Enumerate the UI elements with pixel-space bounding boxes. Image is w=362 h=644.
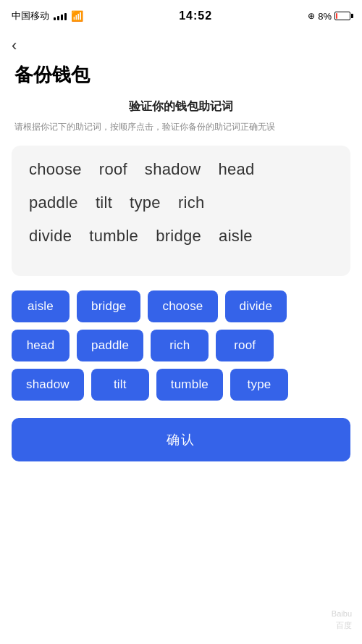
page-title: 备份钱包: [0, 57, 362, 99]
status-right: ⊕ 8%: [308, 11, 350, 22]
word-select-button[interactable]: head: [12, 330, 70, 361]
wifi-icon: 📶: [71, 10, 83, 22]
word-display-item: tilt: [96, 193, 112, 212]
section-title: 验证你的钱包助记词: [0, 99, 362, 114]
word-display-card: chooseroofshadowheadpaddletilttyperichdi…: [12, 146, 350, 276]
status-bar: 中国移动 📶 14:52 ⊕ 8%: [0, 0, 362, 32]
word-display-item: roof: [99, 160, 127, 179]
word-select-button[interactable]: paddle: [77, 330, 143, 361]
word-display-row: paddletilttyperich: [29, 193, 333, 221]
word-select-button[interactable]: aisle: [12, 290, 70, 322]
word-display-row: chooseroofshadowhead: [29, 160, 333, 188]
location-icon: ⊕: [308, 11, 315, 21]
battery-percent: 8%: [318, 11, 332, 22]
word-display-row: dividetumblebridgeaisle: [29, 227, 333, 254]
word-select-button[interactable]: shadow: [12, 369, 84, 401]
word-display-item: bridge: [156, 227, 201, 246]
word-display-item: type: [130, 193, 161, 212]
word-select-button[interactable]: choose: [148, 290, 217, 322]
status-time: 14:52: [179, 9, 212, 22]
back-arrow-icon: ‹: [12, 36, 17, 54]
signal-icon: [54, 12, 67, 20]
word-display-item: divide: [29, 227, 72, 246]
word-select-button[interactable]: divide: [225, 290, 287, 322]
battery-icon: [334, 12, 350, 20]
word-button-grid: aislebridgechoosedivideheadpaddlerichroo…: [0, 290, 362, 401]
word-display-item: choose: [29, 160, 82, 179]
word-select-button[interactable]: tumble: [156, 369, 223, 401]
word-display-item: rich: [178, 193, 205, 212]
word-display-item: aisle: [219, 227, 253, 246]
word-select-button[interactable]: type: [230, 369, 288, 401]
baidu-watermark: Baibu百度: [332, 609, 352, 631]
word-display-item: tumble: [89, 227, 138, 246]
word-select-button[interactable]: roof: [216, 330, 274, 361]
carrier-label: 中国移动: [12, 9, 49, 22]
word-display-item: head: [219, 160, 255, 179]
word-select-button[interactable]: rich: [151, 330, 209, 361]
word-display-item: shadow: [145, 160, 201, 179]
status-left: 中国移动 📶: [12, 9, 83, 22]
confirm-button[interactable]: 确认: [12, 418, 350, 461]
section-subtitle: 请根据你记下的助记词，按顺序点击，验证你备份的助记词正确无误: [0, 120, 362, 134]
back-button[interactable]: ‹: [0, 32, 362, 57]
word-select-button[interactable]: bridge: [77, 290, 140, 322]
word-select-button[interactable]: tilt: [91, 369, 149, 401]
word-display-area: chooseroofshadowheadpaddletilttyperichdi…: [29, 160, 333, 254]
confirm-button-wrap: 确认: [0, 418, 362, 483]
word-display-item: paddle: [29, 193, 78, 212]
